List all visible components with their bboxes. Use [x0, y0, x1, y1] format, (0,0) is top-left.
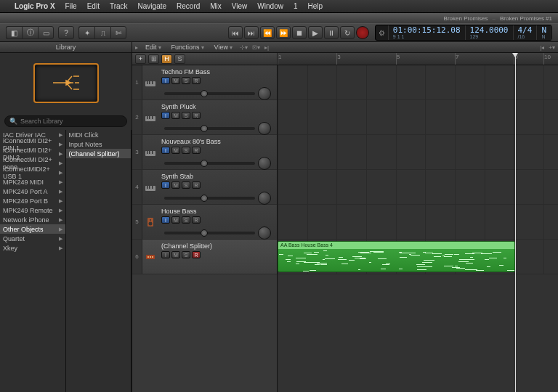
- track-volume-slider[interactable]: [164, 162, 255, 165]
- track-input-button[interactable]: I: [161, 147, 170, 154]
- arrange-functions-menu[interactable]: Functions▾: [169, 43, 207, 52]
- track-s-button[interactable]: S: [174, 54, 185, 64]
- record-button[interactable]: [356, 26, 369, 39]
- track-solo-button[interactable]: S: [182, 147, 190, 154]
- arrange-snap[interactable]: ▸|: [264, 44, 269, 51]
- toolbar-toggle-button[interactable]: ▭: [38, 26, 54, 39]
- arrange-edit-menu[interactable]: Edit▾: [142, 43, 164, 52]
- track-mute-button[interactable]: M: [171, 181, 180, 189]
- track-solo-button[interactable]: S: [182, 251, 190, 258]
- track-pan-knob[interactable]: [258, 226, 271, 240]
- track-record-button[interactable]: R: [192, 77, 201, 84]
- track-solo-button[interactable]: S: [182, 77, 190, 84]
- track-header[interactable]: 4Synth StabIMSR: [132, 170, 277, 205]
- arrange-marker-back[interactable]: |◂: [540, 44, 544, 51]
- track-mute-button[interactable]: M: [171, 251, 180, 258]
- track-pan-knob[interactable]: [258, 157, 271, 170]
- track-mute-button[interactable]: M: [171, 77, 180, 84]
- menu-window[interactable]: Window: [257, 2, 283, 10]
- track-input-button[interactable]: I: [161, 251, 170, 258]
- smart-controls-button[interactable]: ✦: [78, 26, 94, 39]
- track-input-button[interactable]: I: [161, 77, 170, 84]
- menu-edit[interactable]: Edit: [87, 2, 100, 10]
- track-solo-button[interactable]: S: [182, 216, 190, 224]
- track-name[interactable]: Nouveaux 80's Bass: [161, 138, 274, 145]
- track-icon[interactable]: [142, 100, 158, 134]
- track-pan-knob[interactable]: [258, 122, 271, 135]
- lcd-time[interactable]: 01:00:15:12.08: [393, 26, 461, 34]
- track-name[interactable]: Techno FM Bass: [161, 68, 274, 75]
- library-item[interactable]: Other Objects▶: [0, 224, 65, 234]
- library-toggle-button[interactable]: ◧: [6, 26, 22, 39]
- lcd-key2[interactable]: N: [541, 34, 546, 39]
- track-input-button[interactable]: I: [161, 181, 170, 189]
- track-volume-slider[interactable]: [164, 197, 255, 200]
- track-header[interactable]: 5House BassIMSR: [132, 205, 277, 240]
- menu-view[interactable]: View: [232, 2, 248, 10]
- track-mute-button[interactable]: M: [171, 216, 180, 224]
- arrange-area[interactable]: 1357910 AA Bass House Bass 4: [278, 53, 558, 392]
- track-solo-button[interactable]: S: [182, 112, 190, 119]
- midi-region[interactable]: AA Bass House Bass 4: [278, 241, 515, 272]
- track-grid-button[interactable]: ⊞: [148, 54, 159, 64]
- menu-navigate[interactable]: Navigate: [138, 2, 166, 10]
- track-icon[interactable]: [142, 205, 158, 239]
- track-header[interactable]: 2Synth PluckIMSR: [132, 100, 277, 135]
- track-pan-knob[interactable]: [258, 87, 271, 100]
- menu-track[interactable]: Track: [110, 2, 128, 10]
- library-item[interactable]: Quartet▶: [0, 234, 65, 243]
- track-record-button[interactable]: R: [192, 147, 201, 154]
- menu-record[interactable]: Record: [177, 2, 200, 10]
- track-menu-icon[interactable]: ▸: [135, 44, 138, 51]
- library-item[interactable]: MIDI Click: [66, 130, 132, 139]
- lcd-display[interactable]: ⚙ 01:00:15:12.089 1 1 124.0000129 4/4/16…: [375, 25, 552, 41]
- lcd-tempo2[interactable]: 129: [470, 34, 509, 39]
- lcd-sig[interactable]: 4/4: [518, 26, 533, 34]
- track-name[interactable]: Synth Stab: [161, 173, 274, 180]
- track-name[interactable]: House Bass: [161, 208, 274, 215]
- arrange-marker-add[interactable]: +▾: [549, 44, 555, 51]
- track-volume-slider[interactable]: [164, 232, 255, 234]
- library-item[interactable]: Network iPhone▶: [0, 215, 65, 224]
- track-volume-slider[interactable]: [164, 127, 255, 130]
- track-icon[interactable]: [142, 135, 158, 169]
- menu-1[interactable]: 1: [294, 2, 298, 10]
- lcd-tempo[interactable]: 124.0000: [470, 26, 509, 34]
- library-item[interactable]: Xkey▶: [0, 243, 65, 253]
- track-header[interactable]: 6(Channel Splitter)IMSR: [132, 240, 277, 274]
- lcd-key[interactable]: N: [541, 26, 546, 34]
- library-item[interactable]: (Channel Splitter): [66, 149, 132, 158]
- track-icon[interactable]: [142, 240, 158, 274]
- menu-help[interactable]: Help: [307, 2, 323, 10]
- library-item[interactable]: Input Notes: [66, 139, 132, 149]
- library-item[interactable]: MPK249 Port B▶: [0, 196, 65, 205]
- lcd-settings-icon[interactable]: ⚙: [376, 25, 389, 40]
- editors-button[interactable]: ✄: [110, 26, 126, 39]
- track-pan-knob[interactable]: [258, 192, 271, 205]
- track-record-button[interactable]: R: [192, 181, 201, 189]
- library-item[interactable]: MPK249 Port A▶: [0, 187, 65, 196]
- quick-help-button[interactable]: ?: [58, 26, 74, 39]
- play-button[interactable]: ▶: [308, 26, 323, 39]
- track-input-button[interactable]: I: [161, 216, 170, 224]
- track-header[interactable]: 3Nouveaux 80's BassIMSR: [132, 135, 277, 170]
- track-icon[interactable]: [142, 170, 158, 204]
- app-menu[interactable]: Logic Pro X: [15, 2, 55, 10]
- forward-button[interactable]: ⏩: [276, 26, 291, 39]
- go-to-start-button[interactable]: ⏮: [228, 26, 243, 39]
- track-solo-button[interactable]: S: [182, 181, 190, 189]
- playhead[interactable]: [515, 53, 516, 392]
- track-input-button[interactable]: I: [161, 112, 170, 119]
- track-name[interactable]: (Channel Splitter): [161, 242, 274, 250]
- pause-button[interactable]: ⏸: [324, 26, 339, 39]
- track-mute-button[interactable]: M: [171, 112, 180, 119]
- lcd-sig2[interactable]: /16: [518, 34, 533, 39]
- arrange-tool-2[interactable]: ⊡▾: [252, 44, 260, 51]
- track-record-button[interactable]: R: [192, 216, 201, 224]
- track-name[interactable]: Synth Pluck: [161, 103, 274, 110]
- cycle-button[interactable]: ↻: [340, 26, 355, 39]
- track-header[interactable]: 1Techno FM BassIMSR: [132, 65, 277, 100]
- menu-mix[interactable]: Mix: [210, 2, 222, 10]
- mixer-button[interactable]: ⎍: [94, 26, 110, 39]
- library-item[interactable]: iConnectMIDI2+ USB 1▶: [0, 168, 65, 177]
